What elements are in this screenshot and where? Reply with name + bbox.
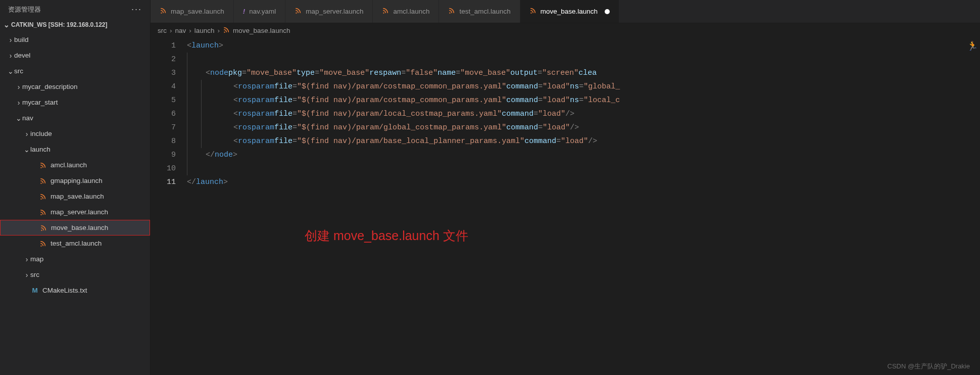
tab-label: nav.yaml: [249, 8, 276, 15]
line-number: 10: [151, 162, 176, 175]
line-number: 7: [151, 121, 176, 134]
breadcrumb-separator: ›: [170, 27, 172, 34]
code-line: <launch>: [187, 39, 980, 53]
watermark: CSDN @生产队的驴_Drakie: [888, 362, 970, 371]
run-icon[interactable]: 🏃: [967, 40, 978, 52]
chevron-right-icon: ›: [23, 255, 30, 263]
more-icon[interactable]: ···: [131, 4, 142, 15]
chevron-down-icon: ⌄: [7, 67, 14, 75]
breadcrumb[interactable]: src›nav›launch›move_base.launch: [151, 23, 980, 38]
breadcrumb-item[interactable]: src: [158, 27, 167, 34]
file-item[interactable]: map_server.launch: [0, 204, 150, 220]
tree-item-label: devel: [14, 52, 30, 59]
tab[interactable]: !nav.yaml: [234, 0, 286, 23]
folder-item[interactable]: ⌄launch: [0, 142, 150, 157]
workspace-label: CATKIN_WS [SSH: 192.168.0.122]: [11, 21, 108, 28]
rss-icon: [223, 26, 230, 35]
chevron-right-icon: ›: [7, 52, 14, 60]
tree-item-label: launch: [30, 146, 51, 153]
rss-icon: [448, 7, 455, 16]
tab[interactable]: amcl.launch: [373, 0, 439, 23]
chevron-down-icon: ⌄: [15, 114, 22, 122]
chevron-right-icon: ›: [15, 99, 22, 107]
file-item[interactable]: map_save.launch: [0, 189, 150, 204]
tab[interactable]: map_server.launch: [285, 0, 373, 23]
tab-label: amcl.launch: [393, 8, 429, 15]
tab[interactable]: map_save.launch: [151, 0, 234, 23]
sidebar: 资源管理器 ··· ⌄ CATKIN_WS [SSH: 192.168.0.12…: [0, 0, 151, 375]
line-number: 11: [151, 175, 176, 189]
yaml-icon: !: [243, 8, 246, 15]
tab-label: move_base.launch: [541, 8, 598, 15]
tree-item-label: mycar_start: [22, 99, 58, 106]
code-line: <rosparam file="$(find nav)/param/costma…: [187, 80, 980, 93]
rss-icon: [38, 209, 47, 216]
rss-icon: [38, 177, 47, 184]
tree-item-label: map_server.launch: [51, 208, 108, 216]
breadcrumb-item[interactable]: move_base.launch: [223, 26, 290, 35]
sidebar-header: 资源管理器 ···: [0, 0, 150, 19]
code-line: </node>: [187, 148, 980, 162]
tree-item-label: build: [14, 36, 29, 43]
rss-icon: [295, 7, 302, 16]
folder-item[interactable]: ›mycar_start: [0, 95, 150, 110]
tree-item-label: map: [30, 255, 43, 263]
tree-item-label: move_base.launch: [51, 224, 108, 231]
breadcrumb-item[interactable]: nav: [175, 27, 186, 34]
tree-item-label: src: [30, 271, 39, 278]
chevron-right-icon: ›: [23, 271, 30, 279]
code-line: <rosparam file="$(find nav)/param/global…: [187, 121, 980, 134]
rss-icon: [38, 162, 47, 169]
folder-item[interactable]: ⌄src: [0, 63, 150, 79]
file-item[interactable]: amcl.launch: [0, 157, 150, 173]
tree-item-label: CMakeLists.txt: [42, 287, 87, 294]
tree-item-label: test_amcl.launch: [51, 240, 102, 247]
code-line: <node pkg="move_base" type="move_base" r…: [187, 66, 980, 80]
chevron-right-icon: ›: [23, 130, 30, 138]
line-number: 2: [151, 53, 176, 66]
line-number: 8: [151, 134, 176, 148]
file-item[interactable]: test_amcl.launch: [0, 236, 150, 251]
rss-icon: [39, 224, 48, 231]
editor: 1234567891011 <launch> <node pkg="move_b…: [151, 38, 980, 189]
line-number: 9: [151, 148, 176, 162]
main-area: map_save.launch!nav.yamlmap_server.launc…: [151, 0, 980, 375]
code-line: [187, 53, 980, 66]
chevron-down-icon: ⌄: [3, 21, 10, 29]
annotation-text: 创建 move_base.launch 文件: [305, 227, 468, 244]
file-item[interactable]: gmapping.launch: [0, 173, 150, 189]
cmake-icon: M: [30, 287, 39, 294]
rss-icon: [38, 193, 47, 200]
folder-item[interactable]: ›include: [0, 126, 150, 142]
code-line: <rosparam file="$(find nav)/param/base_l…: [187, 134, 980, 148]
line-gutter: 1234567891011: [151, 39, 187, 189]
tree-item-label: amcl.launch: [51, 161, 87, 169]
file-item[interactable]: move_base.launch: [0, 220, 150, 236]
chevron-right-icon: ›: [15, 83, 22, 91]
folder-item[interactable]: ›map: [0, 251, 150, 267]
file-item[interactable]: MCMakeLists.txt: [0, 283, 150, 298]
folder-item[interactable]: ⌄nav: [0, 110, 150, 126]
code-line: [187, 162, 980, 175]
rss-icon: [38, 240, 47, 247]
breadcrumb-item[interactable]: launch: [194, 27, 215, 34]
tree-item-label: src: [14, 67, 23, 75]
tab-label: test_amcl.launch: [459, 8, 510, 15]
tab[interactable]: test_amcl.launch: [439, 0, 520, 23]
sidebar-title: 资源管理器: [8, 5, 41, 14]
rss-icon: [160, 7, 167, 16]
tab-label: map_save.launch: [171, 8, 224, 15]
folder-item[interactable]: ›devel: [0, 48, 150, 63]
workspace-title[interactable]: ⌄ CATKIN_WS [SSH: 192.168.0.122]: [0, 19, 150, 32]
line-number: 1: [151, 39, 176, 53]
tree-item-label: mycar_description: [22, 83, 78, 90]
folder-item[interactable]: ›build: [0, 32, 150, 48]
editor-tabs: map_save.launch!nav.yamlmap_server.launc…: [151, 0, 980, 23]
tab[interactable]: move_base.launch: [520, 0, 619, 23]
line-number: 5: [151, 93, 176, 107]
folder-item[interactable]: ›mycar_description: [0, 79, 150, 95]
line-number: 6: [151, 107, 176, 121]
file-tree: ›build›devel⌄src›mycar_description›mycar…: [0, 32, 150, 375]
folder-item[interactable]: ›src: [0, 267, 150, 283]
code-content[interactable]: <launch> <node pkg="move_base" type="mov…: [187, 39, 980, 189]
